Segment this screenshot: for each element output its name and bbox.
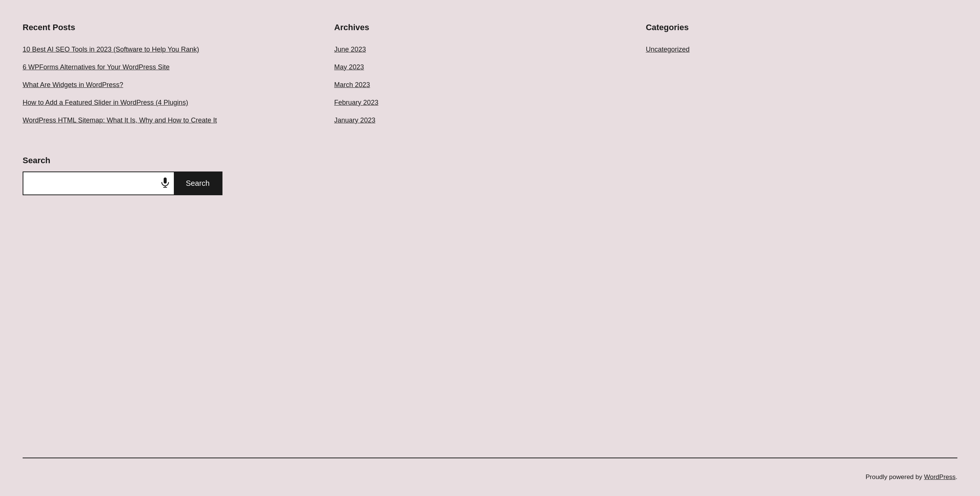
list-item: June 2023 [334, 45, 630, 55]
recent-posts-list: 10 Best AI SEO Tools in 2023 (Software t… [22, 45, 319, 126]
search-form: Search [22, 172, 223, 195]
recent-post-link[interactable]: WordPress HTML Sitemap: What It Is, Why … [22, 115, 319, 126]
microphone-icon[interactable] [161, 177, 169, 190]
list-item: May 2023 [334, 62, 630, 72]
search-input[interactable] [28, 173, 158, 194]
footer: Proudly powered by WordPress. [0, 458, 980, 496]
search-button[interactable]: Search [174, 172, 222, 194]
categories-title: Categories [646, 22, 942, 32]
footer-powered-text: Proudly powered by [866, 474, 922, 480]
list-item: January 2023 [334, 115, 630, 126]
search-widget-title: Search [22, 156, 223, 165]
search-input-wrapper [23, 172, 174, 194]
list-item: How to Add a Featured Slider in WordPres… [22, 98, 319, 108]
archive-link[interactable]: May 2023 [334, 62, 630, 72]
footer-text: Proudly powered by WordPress. [866, 474, 958, 480]
archives-widget: Archives June 2023May 2023March 2023Febr… [334, 22, 646, 133]
recent-posts-widget: Recent Posts 10 Best AI SEO Tools in 202… [22, 22, 334, 133]
list-item: 6 WPForms Alternatives for Your WordPres… [22, 62, 319, 72]
recent-post-link[interactable]: 10 Best AI SEO Tools in 2023 (Software t… [22, 45, 319, 55]
archive-link[interactable]: February 2023 [334, 98, 630, 108]
archive-link[interactable]: June 2023 [334, 45, 630, 55]
recent-post-link[interactable]: What Are Widgets in WordPress? [22, 80, 319, 90]
categories-widget: Categories Uncategorized [646, 22, 958, 62]
list-item: February 2023 [334, 98, 630, 108]
categories-list: Uncategorized [646, 45, 942, 55]
svg-rect-0 [164, 178, 167, 184]
recent-post-link[interactable]: How to Add a Featured Slider in WordPres… [22, 98, 319, 108]
archives-title: Archives [334, 22, 630, 32]
archive-link[interactable]: January 2023 [334, 115, 630, 126]
footer-wordpress-link[interactable]: WordPress [924, 474, 956, 480]
search-widget: Search Search [22, 156, 223, 195]
list-item: Uncategorized [646, 45, 942, 55]
list-item: What Are Widgets in WordPress? [22, 80, 319, 90]
recent-post-link[interactable]: 6 WPForms Alternatives for Your WordPres… [22, 62, 319, 72]
list-item: WordPress HTML Sitemap: What It Is, Why … [22, 115, 319, 126]
category-link[interactable]: Uncategorized [646, 45, 942, 55]
archive-link[interactable]: March 2023 [334, 80, 630, 90]
list-item: March 2023 [334, 80, 630, 90]
footer-punctuation: . [956, 474, 958, 480]
recent-posts-title: Recent Posts [22, 22, 319, 32]
archives-list: June 2023May 2023March 2023February 2023… [334, 45, 630, 126]
list-item: 10 Best AI SEO Tools in 2023 (Software t… [22, 45, 319, 55]
